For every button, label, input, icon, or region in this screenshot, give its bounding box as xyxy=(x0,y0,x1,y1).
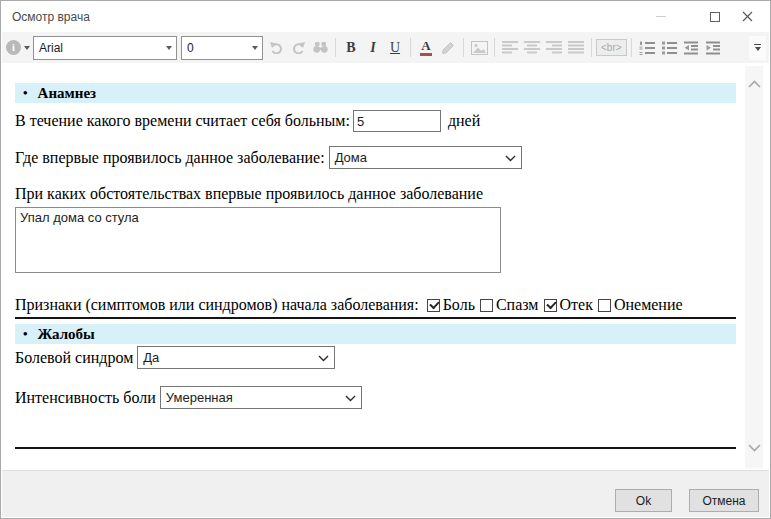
pain-checkbox[interactable] xyxy=(427,299,440,312)
italic-button[interactable]: I xyxy=(362,36,384,60)
bold-button[interactable]: B xyxy=(340,36,362,60)
edema-checkbox[interactable] xyxy=(544,299,557,312)
binoculars-icon xyxy=(312,41,329,54)
increase-indent-button[interactable] xyxy=(702,36,724,60)
bottom-divider xyxy=(15,447,736,449)
spasm-checkbox-label: Спазм xyxy=(496,296,539,314)
undo-button xyxy=(265,36,287,60)
align-justify-button xyxy=(565,36,587,60)
duration-suffix: дней xyxy=(448,112,480,130)
section-header-anamnesis: • Анамнез xyxy=(15,83,736,103)
titlebar: Осмотр врача xyxy=(1,1,770,32)
numbered-list-icon xyxy=(639,41,655,55)
toolbar-separator xyxy=(410,38,411,57)
scroll-down-icon[interactable] xyxy=(748,444,761,452)
bullet-list-button[interactable] xyxy=(658,36,680,60)
insert-image-button xyxy=(468,36,490,60)
align-right-button xyxy=(543,36,565,60)
minimize-icon xyxy=(656,16,666,17)
circumstances-label: При каких обстоятельствах впервые прояви… xyxy=(15,184,736,204)
font-family-value: Arial xyxy=(39,41,163,55)
pain-syndrome-select-value: Да xyxy=(143,350,159,365)
toolbar-separator xyxy=(463,38,464,57)
checkbox-group-edema: Отек xyxy=(544,296,593,314)
maximize-icon xyxy=(710,12,720,22)
bullet-list-icon xyxy=(661,41,677,55)
font-family-combobox[interactable]: Arial xyxy=(33,36,177,60)
toolbar-separator xyxy=(591,38,592,57)
find-button xyxy=(309,36,331,60)
bullet-icon: • xyxy=(23,85,28,101)
spasm-checkbox[interactable] xyxy=(480,299,493,312)
checkbox-group-pain: Боль xyxy=(427,296,475,314)
checkbox-group-numbness: Онемение xyxy=(598,296,683,314)
minimize-button xyxy=(646,1,676,32)
pain-intensity-label: Интенсивность боли xyxy=(15,389,156,407)
redo-icon xyxy=(291,41,306,54)
circumstances-textarea[interactable]: Упал дома со стула xyxy=(15,207,501,273)
window-title: Осмотр врача xyxy=(12,10,90,24)
increase-indent-icon xyxy=(705,41,721,55)
chevron-down-icon xyxy=(345,395,356,402)
align-justify-icon xyxy=(568,41,584,54)
chevron-down-icon xyxy=(318,355,329,362)
pencil-icon xyxy=(441,41,455,55)
highlight-button xyxy=(437,36,459,60)
decrease-indent-button[interactable] xyxy=(680,36,702,60)
checkbox-group-spasm: Спазм xyxy=(480,296,539,314)
toolbar-overflow-button[interactable] xyxy=(749,36,766,60)
numbness-checkbox[interactable] xyxy=(598,299,611,312)
signs-label: Признаки (симптомов или синдромов) начал… xyxy=(15,296,419,314)
chevron-down-icon xyxy=(24,46,30,50)
overflow-icon xyxy=(754,44,761,45)
pain-checkbox-label: Боль xyxy=(443,296,475,314)
underline-button[interactable]: U xyxy=(384,36,406,60)
close-icon xyxy=(742,11,753,22)
font-color-button[interactable]: A xyxy=(415,36,437,60)
close-button[interactable] xyxy=(730,1,770,32)
section-header-complaints: • Жалобы xyxy=(15,324,736,344)
section-title: Жалобы xyxy=(38,326,95,343)
format-toolbar: i Arial 0 xyxy=(2,32,769,63)
chevron-down-icon xyxy=(166,46,172,50)
font-size-combobox[interactable]: 0 xyxy=(181,36,263,60)
ok-button[interactable]: Ok xyxy=(615,489,672,512)
font-size-value: 0 xyxy=(187,41,249,55)
where-label: Где впервые проявилось данное заболевани… xyxy=(15,149,325,167)
pain-intensity-row: Интенсивность боли Умеренная xyxy=(15,386,736,409)
toolbar-separator xyxy=(335,38,336,57)
where-row: Где впервые проявилось данное заболевани… xyxy=(15,146,736,169)
dialog-footer: Ok Отмена xyxy=(2,470,769,517)
pain-syndrome-row: Болевой синдром Да xyxy=(15,346,736,369)
redo-button xyxy=(287,36,309,60)
form-content: • Анамнез В течение какого времени счита… xyxy=(15,63,736,449)
object-insert-button[interactable]: i xyxy=(5,36,31,60)
where-select[interactable]: Дома xyxy=(329,146,522,169)
pain-syndrome-select[interactable]: Да xyxy=(137,346,335,369)
toolbar-separator xyxy=(494,38,495,57)
pain-intensity-select[interactable]: Умеренная xyxy=(160,386,362,409)
info-icon: i xyxy=(6,40,21,55)
numbness-checkbox-label: Онемение xyxy=(614,296,683,314)
maximize-button[interactable] xyxy=(700,1,730,32)
numbered-list-button[interactable] xyxy=(636,36,658,60)
undo-icon xyxy=(269,41,284,54)
chevron-down-icon xyxy=(505,155,516,162)
where-select-value: Дома xyxy=(335,150,367,165)
doctor-exam-dialog: Осмотр врача i Arial 0 xyxy=(0,0,771,519)
duration-row: В течение какого времени считает себя бо… xyxy=(15,110,736,132)
document-editor: • Анамнез В течение какого времени счита… xyxy=(2,63,769,470)
decrease-indent-icon xyxy=(683,41,699,55)
line-break-button: <br> xyxy=(596,39,627,56)
chevron-down-icon xyxy=(252,46,258,50)
cancel-button[interactable]: Отмена xyxy=(689,489,759,512)
scroll-up-icon[interactable] xyxy=(748,80,761,88)
duration-input[interactable] xyxy=(353,110,441,132)
window-controls xyxy=(646,1,770,32)
align-left-button xyxy=(499,36,521,60)
vertical-scrollbar[interactable] xyxy=(745,66,763,468)
align-center-button xyxy=(521,36,543,60)
image-icon xyxy=(471,41,488,55)
bullet-icon: • xyxy=(23,326,28,342)
pain-intensity-select-value: Умеренная xyxy=(166,390,233,405)
